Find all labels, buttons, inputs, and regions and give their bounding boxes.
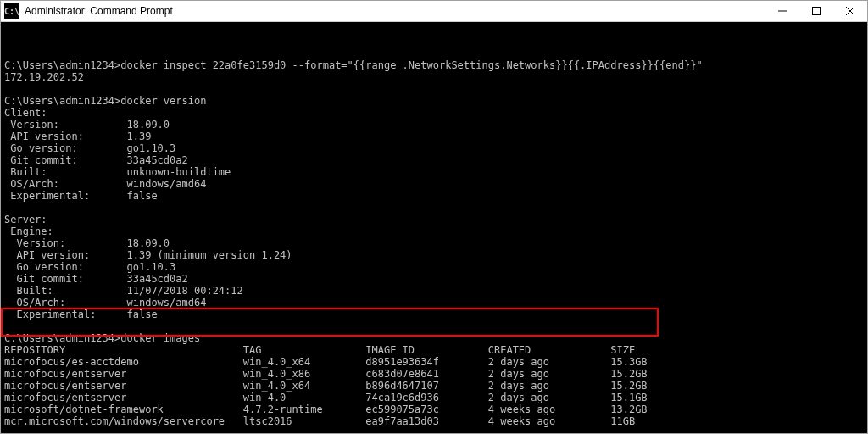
terminal-text: C:\Users\admin1234>docker inspect 22a0fe… — [4, 59, 864, 433]
maximize-icon — [812, 7, 821, 15]
close-button[interactable] — [833, 1, 867, 21]
minimize-button[interactable] — [765, 1, 799, 21]
window-title: Administrator: Command Prompt — [25, 5, 173, 17]
close-icon — [846, 7, 854, 15]
minimize-icon — [778, 7, 787, 15]
maximize-button[interactable] — [799, 1, 833, 21]
terminal-output[interactable]: C:\Users\admin1234>docker inspect 22a0fe… — [1, 22, 867, 433]
svg-rect-1 — [813, 8, 821, 15]
title-bar[interactable]: C:\ Administrator: Command Prompt — [1, 1, 867, 22]
cmd-icon: C:\ — [4, 3, 19, 19]
app-window: C:\ Administrator: Command Prompt C:\Use… — [0, 0, 868, 434]
